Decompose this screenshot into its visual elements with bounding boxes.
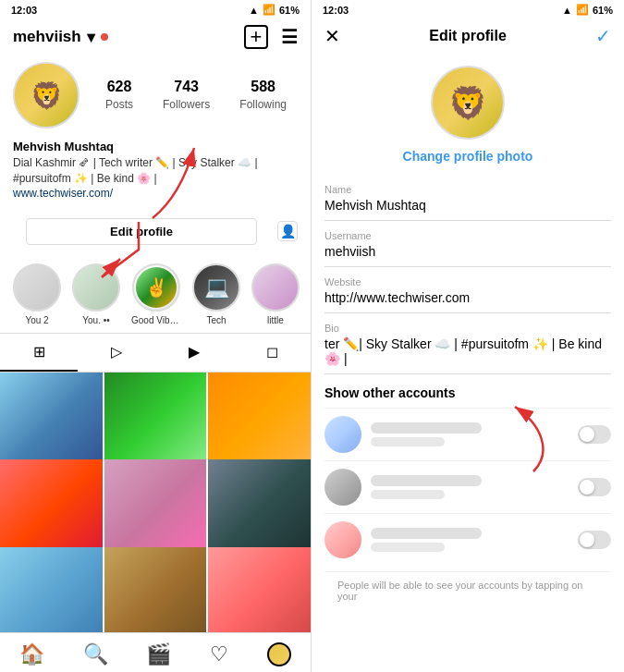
- show-accounts-section: Show other accounts: [324, 376, 611, 571]
- name-label: Name: [324, 184, 611, 195]
- story-item-0[interactable]: You 2: [13, 263, 61, 325]
- nav-profile-icon[interactable]: [267, 642, 291, 666]
- story-item-4[interactable]: little: [251, 263, 300, 325]
- account-name-blur-3: [371, 528, 482, 539]
- signal-icon-r: 📶: [576, 4, 589, 16]
- add-user-button[interactable]: 👤: [277, 221, 298, 241]
- bio-section: Mehvish Mushtaq Dial Kashmir 🗞 | Tech wr…: [0, 136, 311, 207]
- nav-reels-icon[interactable]: 🎬: [146, 642, 171, 666]
- change-photo-button[interactable]: Change profile photo: [403, 149, 533, 164]
- username-area: mehviish ▾: [13, 28, 108, 47]
- name-value[interactable]: Mehvish Mushtaq: [324, 198, 611, 213]
- username-label: Username: [324, 230, 611, 241]
- reels-tab[interactable]: ▷: [78, 334, 155, 372]
- username-field: Username mehviish: [324, 223, 611, 267]
- account-toggle-2[interactable]: [578, 478, 611, 496]
- bio-label: Bio: [324, 323, 611, 334]
- account-text-2: [371, 475, 482, 499]
- story-item-3[interactable]: 💻 Tech: [192, 263, 240, 325]
- account-text-1: [371, 422, 482, 446]
- battery-left: 61%: [279, 5, 300, 16]
- tagged-tab[interactable]: ◻: [233, 334, 311, 372]
- edit-profile-label: Edit profile: [110, 225, 173, 238]
- instagram-profile: 12:03 ▲ 📶 61% mehviish ▾ + ☰ 🦁: [0, 0, 312, 672]
- time-right: 12:03: [323, 5, 349, 16]
- account-avatar-3: [324, 521, 361, 558]
- tagged-icon: ◻: [266, 343, 278, 360]
- story-label-3: Tech: [206, 315, 226, 325]
- add-post-icon[interactable]: +: [244, 25, 268, 49]
- account-avatar-2: [324, 469, 361, 506]
- avatar-image: 🦁: [15, 64, 78, 127]
- story-item-1[interactable]: You. ••: [72, 263, 120, 325]
- bio-link[interactable]: www.techwiser.com/: [13, 187, 298, 200]
- website-field: Website http://www.techwiser.com: [324, 269, 611, 313]
- story-circle-0: [13, 263, 61, 312]
- posts-stat[interactable]: 628 Posts: [105, 79, 133, 112]
- story-item-2[interactable]: ✌️ Good Vibes 0...: [131, 263, 181, 325]
- grid-icon: ⊞: [33, 343, 45, 360]
- following-label: Following: [239, 98, 287, 111]
- story-label-0: You 2: [25, 315, 48, 325]
- following-stat[interactable]: 588 Following: [239, 79, 287, 112]
- profile-stats-section: 🦁 628 Posts 743 Followers 588 Following: [0, 55, 311, 136]
- account-row-2: [324, 460, 611, 513]
- close-icon[interactable]: ✕: [324, 25, 340, 47]
- bio-value[interactable]: ter ✏️| Sky Stalker ☁️ | #pursuitofm ✨ |…: [324, 336, 611, 366]
- account-toggle-1[interactable]: [578, 425, 611, 444]
- profile-header: mehviish ▾ + ☰: [0, 19, 311, 55]
- edit-profile-title: Edit profile: [429, 28, 507, 44]
- edit-profile-row: Edit profile 👤: [13, 213, 298, 250]
- status-icons-left: ▲ 📶 61%: [249, 4, 300, 16]
- menu-icon[interactable]: ☰: [281, 26, 298, 48]
- video-tab[interactable]: ▶: [155, 334, 233, 372]
- save-check-icon[interactable]: ✓: [595, 25, 611, 47]
- wifi-icon-r: ▲: [562, 5, 572, 16]
- header-actions: + ☰: [244, 25, 298, 49]
- toggle-knob-3: [580, 532, 594, 547]
- followers-stat[interactable]: 743 Followers: [163, 79, 210, 112]
- bio-line1: Dial Kashmir 🗞 | Tech writer ✏️ | Sky St…: [13, 155, 298, 171]
- nav-search-icon[interactable]: 🔍: [83, 642, 108, 666]
- story-circle-3: 💻: [192, 263, 240, 312]
- footer-text: People will be able to see your accounts…: [324, 571, 611, 609]
- grid-tab[interactable]: ⊞: [0, 334, 78, 372]
- bio-line2: #pursuitofm ✨ | Be kind 🌸 |: [13, 171, 298, 187]
- account-toggle-3[interactable]: [578, 531, 611, 549]
- time-left: 12:03: [11, 5, 37, 16]
- website-label: Website: [324, 276, 611, 287]
- show-accounts-title: Show other accounts: [324, 385, 611, 400]
- website-value[interactable]: http://www.techwiser.com: [324, 290, 611, 305]
- account-name-blur-2: [371, 475, 482, 486]
- story-label-1: You. ••: [82, 315, 109, 325]
- online-indicator: [101, 33, 108, 41]
- account-sub-blur-3: [371, 543, 445, 552]
- account-info-2: [324, 469, 482, 506]
- story-circle-2: ✌️: [132, 263, 180, 312]
- header-username: mehviish: [13, 28, 81, 46]
- account-text-3: [371, 528, 482, 552]
- following-count: 588: [239, 79, 287, 95]
- posts-count: 628: [105, 79, 133, 95]
- posts-label: Posts: [105, 98, 133, 111]
- profile-photo-section: 🦁 Change profile photo: [312, 53, 624, 177]
- account-sub-blur-1: [371, 437, 445, 446]
- profile-avatar-edit[interactable]: 🦁: [431, 66, 505, 140]
- nav-home-icon[interactable]: 🏠: [19, 642, 44, 666]
- signal-icon: 📶: [263, 4, 275, 16]
- status-bar-right: 12:03 ▲ 📶 61%: [312, 0, 624, 19]
- followers-count: 743: [163, 79, 210, 95]
- edit-profile-panel: 12:03 ▲ 📶 61% ✕ Edit profile ✓ 🦁 Change …: [312, 0, 624, 672]
- photo-cell-8[interactable]: [104, 547, 207, 632]
- photo-cell-7[interactable]: [0, 547, 103, 632]
- form-section: Name Mehvish Mushtaq Username mehviish W…: [312, 177, 624, 672]
- photo-cell-9[interactable]: [208, 547, 311, 632]
- profile-avatar[interactable]: 🦁: [13, 62, 80, 128]
- username-value[interactable]: mehviish: [324, 244, 611, 259]
- nav-heart-icon[interactable]: ♡: [210, 642, 228, 666]
- left-panel: 12:03 ▲ 📶 61% mehviish ▾ + ☰ 🦁: [0, 0, 312, 672]
- toggle-knob-1: [580, 427, 594, 442]
- edit-profile-button[interactable]: Edit profile: [26, 218, 257, 245]
- reels-icon: ▷: [111, 343, 122, 360]
- bio-name: Mehvish Mushtaq: [13, 140, 298, 153]
